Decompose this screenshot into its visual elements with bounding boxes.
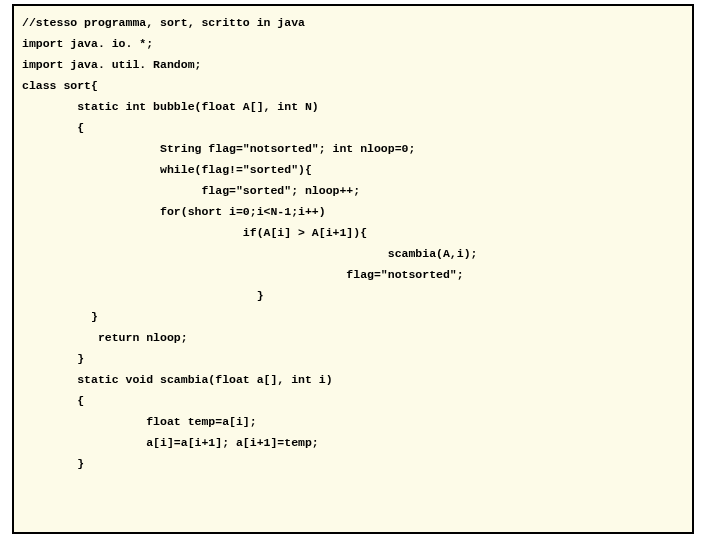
code-line: scambia(A,i); <box>22 243 684 264</box>
code-line: { <box>22 117 684 138</box>
code-line: return nloop; <box>22 327 684 348</box>
code-line: a[i]=a[i+1]; a[i+1]=temp; <box>22 432 684 453</box>
code-line: for(short i=0;i<N-1;i++) <box>22 201 684 222</box>
code-line: class sort{ <box>22 75 684 96</box>
code-line: import java. io. *; <box>22 33 684 54</box>
code-line: } <box>22 285 684 306</box>
code-line: //stesso programma, sort, scritto in jav… <box>22 12 684 33</box>
code-container: //stesso programma, sort, scritto in jav… <box>12 4 694 534</box>
code-line: } <box>22 348 684 369</box>
code-line: import java. util. Random; <box>22 54 684 75</box>
code-line: while(flag!="sorted"){ <box>22 159 684 180</box>
code-line: flag="notsorted"; <box>22 264 684 285</box>
code-line: if(A[i] > A[i+1]){ <box>22 222 684 243</box>
code-line: String flag="notsorted"; int nloop=0; <box>22 138 684 159</box>
code-line: float temp=a[i]; <box>22 411 684 432</box>
code-line: } <box>22 306 684 327</box>
code-line: static int bubble(float A[], int N) <box>22 96 684 117</box>
code-line: } <box>22 453 684 474</box>
code-line: static void scambia(float a[], int i) <box>22 369 684 390</box>
code-line: { <box>22 390 684 411</box>
code-line: flag="sorted"; nloop++; <box>22 180 684 201</box>
slide: //stesso programma, sort, scritto in jav… <box>0 0 720 540</box>
